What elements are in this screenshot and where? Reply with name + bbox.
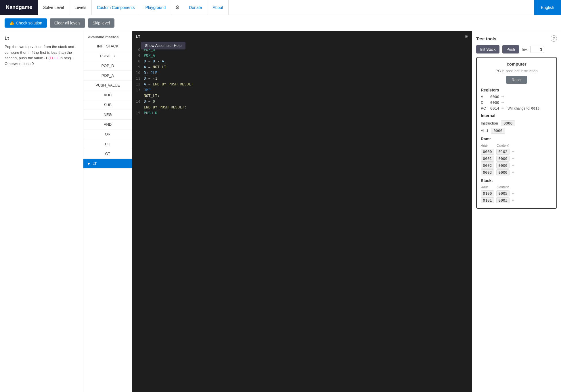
ram-row-3: 0003 0000 ✏: [481, 169, 552, 175]
macro-item-lt[interactable]: ▶ LT: [83, 159, 132, 169]
macro-item-or[interactable]: OR: [83, 129, 132, 139]
nav-about[interactable]: About: [207, 0, 229, 15]
macros-panel: Available macros INIT_STACK PUSH_D POP_D…: [83, 31, 132, 392]
level-title: Lt: [5, 36, 78, 41]
registers-title: Registers: [481, 88, 552, 92]
computer-title: computer: [481, 62, 552, 66]
stack-addr-0: 0100: [481, 190, 494, 196]
reg-pc-edit-icon[interactable]: ✏: [501, 106, 504, 110]
internal-title: Internal: [481, 113, 552, 118]
toolbar: 👍 Check solution Clear all levels Skip l…: [0, 15, 561, 31]
macros-title: Available macros: [83, 31, 132, 41]
code-line-9: 9 A = NOT_LT: [132, 64, 472, 70]
code-line-8: 8 D = D - A: [132, 59, 472, 64]
hex-input[interactable]: [530, 46, 544, 53]
macro-item-push-value[interactable]: PUSH_VALUE: [83, 81, 132, 90]
language-button[interactable]: English: [534, 0, 561, 15]
stack-row-1: 0101 0003 ✏: [481, 197, 552, 203]
tab-playground[interactable]: Playground: [140, 0, 171, 15]
push-button[interactable]: Push: [502, 45, 519, 53]
internal-alu-row: ALU 0000: [481, 128, 552, 134]
macro-item-push-d[interactable]: PUSH_D: [83, 51, 132, 61]
computer-box: computer PC is past last instruction Res…: [476, 57, 557, 209]
tab-solve-level[interactable]: Solve Level: [38, 0, 69, 15]
instruction-label: Instruction: [481, 121, 498, 125]
export-icon[interactable]: ⊞: [465, 34, 468, 39]
internal-instruction-row: Instruction 0000: [481, 120, 552, 126]
register-pc-row: PC 0014 ✏ Will change to: 0015: [481, 106, 552, 110]
nav-donate[interactable]: Donate: [184, 0, 207, 15]
reg-pc-label: PC: [481, 106, 488, 110]
macro-item-neg[interactable]: NEG: [83, 110, 132, 120]
macro-item-eq[interactable]: EQ: [83, 139, 132, 149]
ram-edit-2-icon[interactable]: ✏: [512, 164, 514, 167]
active-arrow-icon: ▶: [88, 162, 90, 165]
ram-title: Ram:: [481, 137, 552, 141]
ram-edit-0-icon[interactable]: ✏: [512, 150, 514, 154]
logo: Nandgame: [0, 0, 38, 15]
test-buttons: Init Stack Push hex: [476, 45, 557, 53]
ram-val-1: 0000: [496, 156, 510, 162]
ram-edit-3-icon[interactable]: ✏: [512, 171, 514, 174]
test-tools-title: Test tools: [476, 36, 496, 41]
stack-header: Addr Content: [481, 185, 552, 189]
ram-val-0: 0102: [496, 149, 510, 155]
macro-item-pop-a[interactable]: POP_A: [83, 71, 132, 81]
code-line-10: 10 D; JLE: [132, 70, 472, 76]
alu-label: ALU: [481, 129, 488, 133]
reg-a-edit-icon[interactable]: ✏: [501, 95, 504, 99]
macro-item-sub[interactable]: SUB: [83, 100, 132, 110]
code-editor[interactable]: Show Assembler Help LT ⊞ # Assembler cod…: [132, 31, 472, 392]
register-d-row: D 0000 ✏: [481, 100, 552, 105]
clear-levels-button[interactable]: Clear all levels: [50, 18, 85, 28]
code-line-11: 11 D = -1: [132, 76, 472, 82]
tab-custom-components[interactable]: Custom Components: [92, 0, 140, 15]
ram-addr-2: 0002: [481, 162, 494, 169]
reg-d-edit-icon[interactable]: ✏: [501, 101, 504, 104]
macro-item-init-stack[interactable]: INIT_STACK: [83, 41, 132, 51]
stack-content-header: Content: [497, 185, 552, 189]
reg-d-label: D: [481, 100, 488, 105]
ram-val-3: 0000: [496, 169, 510, 175]
macro-item-pop-d[interactable]: POP_D: [83, 61, 132, 71]
ram-edit-1-icon[interactable]: ✏: [512, 157, 514, 160]
ram-addr-1: 0001: [481, 156, 494, 162]
ram-row-2: 0002 0000 ✏: [481, 162, 552, 169]
stack-addr-header: Addr: [481, 185, 497, 189]
stack-val-0: 0005: [496, 190, 510, 196]
check-solution-button[interactable]: 👍 Check solution: [5, 18, 47, 28]
code-line-14: 14 D = 0: [132, 99, 472, 105]
alu-value: 0000: [491, 128, 505, 134]
pc-will-change-label: Will change to: 0015: [508, 106, 539, 110]
stack-edit-1-icon[interactable]: ✏: [512, 198, 514, 202]
code-line-4: 4 POP_A: [132, 53, 472, 59]
macro-item-and[interactable]: AND: [83, 120, 132, 129]
ram-row-1: 0001 0000 ✏: [481, 156, 552, 162]
code-content[interactable]: # Assembler code 0 POP_D 4 POP_A 8 D = D…: [132, 39, 472, 392]
code-line-13: 13 JMP: [132, 87, 472, 93]
reset-button[interactable]: Reset: [506, 76, 527, 84]
reg-a-value: 0000: [490, 95, 499, 99]
ram-content-header: Content: [497, 144, 552, 148]
settings-icon[interactable]: ⚙: [171, 0, 184, 15]
ram-addr-3: 0003: [481, 169, 494, 175]
code-line-end-push-label: END_BY_PUSH_RESULT:: [132, 105, 472, 110]
code-line-12: 12 A = END_BY_PUSH_RESULT: [132, 82, 472, 87]
stack-edit-0-icon[interactable]: ✏: [512, 192, 514, 195]
tab-levels[interactable]: Levels: [69, 0, 91, 15]
reg-d-value: 0000: [490, 100, 499, 105]
macro-item-gt[interactable]: GT: [83, 149, 132, 159]
macro-item-add[interactable]: ADD: [83, 90, 132, 100]
assembler-help-tooltip: Show Assembler Help: [141, 42, 185, 49]
help-icon[interactable]: ?: [551, 35, 557, 42]
code-line-not-lt-label: NOT_LT:: [132, 93, 472, 99]
stack-row-0: 0100 0005 ✏: [481, 190, 552, 196]
main-container: 👍 Check solution Clear all levels Skip l…: [0, 15, 561, 392]
init-stack-button[interactable]: Init Stack: [476, 45, 499, 53]
content-area: Lt Pop the two top values from the stack…: [0, 31, 561, 392]
ram-header: Addr Content: [481, 144, 552, 148]
register-a-row: A 0000 ✏: [481, 95, 552, 99]
right-panel: Test tools ? Init Stack Push hex compute…: [472, 31, 561, 392]
skip-level-button[interactable]: Skip level: [88, 18, 114, 28]
pc-will-change-value: 0015: [531, 106, 539, 110]
